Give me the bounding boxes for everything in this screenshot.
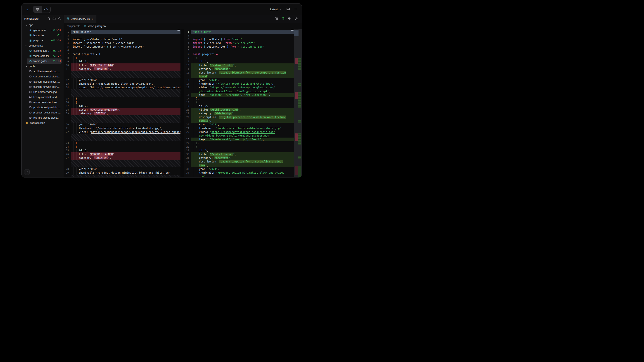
file-architecture-walkthro-[interactable]: architecture-walkthro… bbox=[27, 69, 62, 74]
code-line[interactable]: 8 { bbox=[64, 56, 180, 60]
file-layout.tsx[interactable]: layout.tsx+51 bbox=[27, 33, 62, 38]
code-line[interactable]: 19 id: 2, bbox=[184, 104, 294, 108]
code-line[interactable]: 24 { bbox=[64, 145, 180, 149]
code-line[interactable]: 7const projects = [ bbox=[64, 52, 180, 56]
code-line[interactable]: line", bbox=[184, 163, 294, 167]
breadcrumb-folder[interactable]: components bbox=[67, 25, 80, 27]
code-line[interactable]: 27 category: "CREATIVE", bbox=[64, 156, 180, 160]
code-line[interactable]: 11 category: "BRANDING", bbox=[64, 67, 180, 71]
code-line[interactable]: 4import { VideoCard } from "./video-card… bbox=[64, 41, 180, 45]
search-icon[interactable] bbox=[58, 17, 61, 20]
code-line[interactable]: 32 description: "Launch campaign for a m… bbox=[184, 160, 294, 163]
code-line[interactable]: 19 category: "DESIGN", bbox=[64, 112, 180, 115]
code-line[interactable]: 24 thumbnail: "/modern-architecture-blac… bbox=[184, 126, 294, 130]
code-line[interactable]: 18 { bbox=[184, 100, 294, 104]
code-line[interactable]: 21 category: "Web Design", bbox=[184, 112, 294, 115]
sidebar-collapse-button[interactable]: « bbox=[25, 7, 30, 12]
code-line[interactable]: 2 bbox=[184, 34, 294, 37]
folder-components[interactable]: components bbox=[23, 43, 62, 48]
code-line[interactable]: 13 thumbnail: "/fashion-model-black-and-… bbox=[64, 82, 180, 86]
code-line[interactable]: 8 { bbox=[184, 56, 294, 60]
panel-layout-button[interactable] bbox=[286, 7, 290, 12]
new-file-button[interactable] bbox=[47, 17, 50, 20]
version-selector[interactable]: Latest bbox=[269, 7, 283, 11]
code-line[interactable]: 6 bbox=[184, 49, 294, 52]
code-line[interactable]: 33 year: "2024", bbox=[184, 167, 294, 171]
code-line[interactable]: 20 title: "Architecture Firm", bbox=[184, 108, 294, 112]
code-line[interactable]: 1"use client" bbox=[64, 30, 180, 34]
code-line[interactable]: gtv-videos-bucket/sample/ForBiggerBlazes… bbox=[184, 89, 294, 93]
code-line[interactable]: 1"use client" bbox=[184, 30, 294, 34]
file-product-reveal-video.j-[interactable]: product-reveal-video.j… bbox=[27, 110, 62, 115]
code-line[interactable]: gtv-videos-bucket/sample/ForBiggerEscape… bbox=[184, 134, 294, 138]
file-custom-curs-[interactable]: custom-curs…+33/-12 bbox=[27, 48, 62, 53]
file-luxury-car-black-and--[interactable]: luxury-car-black-and-… bbox=[27, 94, 62, 100]
code-line[interactable]: 26 tags: ["Development", "Next.js", "Rea… bbox=[184, 138, 294, 141]
file-product-design-minim-[interactable]: product-design-minim… bbox=[27, 105, 62, 110]
preview-toggle-button[interactable] bbox=[33, 6, 42, 12]
code-line[interactable]: 5import { CustomCursor } from "./custom-… bbox=[184, 45, 294, 49]
code-line[interactable]: 3import { useState } from "react" bbox=[184, 37, 294, 41]
file-car-commercial-video-[interactable]: car-commercial-video… bbox=[27, 74, 62, 79]
code-line[interactable]: 31 category: "Creative", bbox=[184, 156, 294, 160]
code-line[interactable]: 12 year: "2024", bbox=[64, 78, 180, 82]
code-line[interactable]: 9 id: 1, bbox=[184, 60, 294, 63]
code-line[interactable]: 30 title: "Product Launch", bbox=[184, 152, 294, 156]
folder-public[interactable]: public bbox=[23, 64, 62, 69]
collapse-panel-button[interactable] bbox=[24, 169, 30, 175]
code-line[interactable]: 12 description: "Visual identity for a c… bbox=[184, 71, 294, 74]
code-line[interactable]: 23 }, bbox=[64, 141, 180, 145]
file-works-galler-[interactable]: works-galler…+24/-13 bbox=[27, 58, 62, 64]
code-line[interactable]: brand", bbox=[184, 74, 294, 78]
code-line[interactable]: 10 title: "FASHION STUDIO", bbox=[64, 63, 180, 67]
code-line[interactable]: 22 description: "Digital presence for a … bbox=[184, 115, 294, 119]
file-page.tsx[interactable]: page.tsx+81/-28 bbox=[27, 38, 62, 43]
code-line[interactable]: 28 { bbox=[184, 145, 294, 149]
code-line[interactable]: 13 year: "2024", bbox=[184, 78, 294, 82]
tab-close-icon[interactable]: × bbox=[92, 17, 94, 20]
code-line[interactable]: 17 id: 2, bbox=[64, 104, 180, 108]
copy-button[interactable] bbox=[288, 17, 292, 21]
code-line[interactable]: 15 video: "https://commondatastorage.goo… bbox=[184, 86, 294, 89]
code-line[interactable]: 18 title: "ARCHITECTURE FIRM", bbox=[64, 108, 180, 112]
code-line[interactable]: 11 category: "Branding", bbox=[184, 67, 294, 71]
code-line[interactable]: 3import { useState } from "react" bbox=[64, 37, 180, 41]
code-line[interactable]: 16 tags: ["Design", "Branding", "Art Dir… bbox=[184, 93, 294, 97]
diff-pane-new[interactable]: 1"use client"23import { useState } from … bbox=[184, 29, 294, 177]
file-globals.css[interactable]: #globals.css+51/-50 bbox=[27, 27, 62, 33]
file-red-lips-artistic-close-[interactable]: red-lips-artistic-close… bbox=[27, 115, 62, 120]
code-line[interactable]: jpg", bbox=[184, 175, 294, 177]
code-line[interactable]: 25 video: "https://commondatastorage.goo… bbox=[184, 130, 294, 134]
code-line[interactable]: 6 bbox=[64, 49, 180, 52]
code-line[interactable]: 7const projects = [ bbox=[184, 52, 294, 56]
code-line[interactable]: 29 thumbnail: "/product-design-minimalis… bbox=[64, 171, 180, 175]
code-line[interactable]: 16 { bbox=[64, 100, 180, 104]
file-fashion-model-black--[interactable]: fashion-model-black-… bbox=[27, 79, 62, 84]
code-line[interactable]: studio", bbox=[184, 119, 294, 123]
code-line[interactable]: 10 title: "Fashion Studio", bbox=[184, 63, 294, 67]
code-line[interactable]: 21 thumbnail: "/modern-architecture-blac… bbox=[64, 126, 180, 130]
tab-works-gallery[interactable]: works-gallery.tsx × bbox=[64, 15, 96, 23]
code-line[interactable]: 26 title: "PRODUCT LAUNCH", bbox=[64, 152, 180, 156]
code-line[interactable]: 27 }, bbox=[184, 141, 294, 145]
code-line[interactable]: 23 year: "2024", bbox=[184, 123, 294, 126]
download-button[interactable] bbox=[294, 17, 299, 21]
code-line[interactable]: 15 }, bbox=[64, 97, 180, 100]
file-diff-button[interactable] bbox=[281, 17, 285, 21]
new-folder-button[interactable] bbox=[52, 17, 56, 20]
code-view-toggle-button[interactable]: </> bbox=[42, 6, 50, 12]
file-modern-architecture--[interactable]: modern-architecture-… bbox=[27, 100, 62, 105]
file-fashion-runway-scen-[interactable]: fashion-runway-scen… bbox=[27, 84, 62, 89]
code-line[interactable]: 14 thumbnail: "/fashion-model-black-and-… bbox=[184, 82, 294, 86]
file-video-card.tsx[interactable]: video-card.tsx+76/-27 bbox=[27, 53, 62, 58]
code-line[interactable]: 2 bbox=[64, 34, 180, 37]
code-line[interactable]: 17 }, bbox=[184, 97, 294, 100]
code-line[interactable]: 29 id: 3, bbox=[184, 149, 294, 152]
code-line[interactable]: 14 video: "https://commondatastorage.goo… bbox=[64, 86, 180, 89]
code-line[interactable]: 9 id: 1, bbox=[64, 60, 180, 63]
file-lips-artistic-video.jpg[interactable]: lips-artistic-video.jpg bbox=[27, 89, 62, 94]
code-line[interactable]: 34 thumbnail: "/product-design-minimalis… bbox=[184, 171, 294, 175]
code-line[interactable]: 4import { VideoCard } from "./video-card… bbox=[184, 41, 294, 45]
scrollbar-thumb[interactable] bbox=[291, 30, 294, 31]
diff-pane-old[interactable]: 1"use client"23import { useState } from … bbox=[64, 29, 180, 177]
